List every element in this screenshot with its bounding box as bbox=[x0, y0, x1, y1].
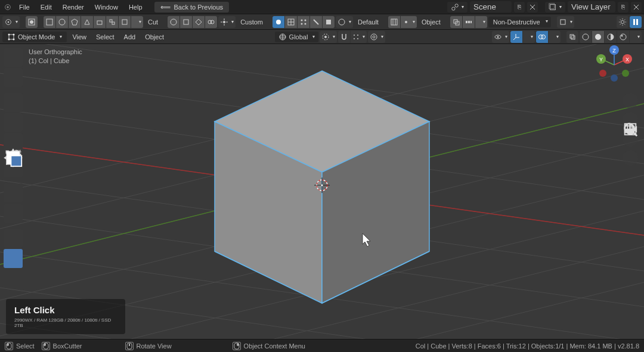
orientation-dropdown[interactable]: Global ▾ bbox=[275, 32, 319, 42]
snap-toggle-button[interactable] bbox=[273, 16, 284, 28]
svg-point-3 bbox=[455, 4, 458, 7]
menu-render[interactable]: Render bbox=[58, 2, 89, 13]
navigation-gizmo: X Y Z bbox=[596, 45, 632, 82]
shape-more-button[interactable] bbox=[106, 16, 118, 28]
shape-custom-button[interactable] bbox=[81, 16, 93, 28]
viewport-overlay-info: User Orthographic (1) Col | Cube bbox=[29, 48, 82, 66]
mod-dropdown[interactable] bbox=[475, 16, 487, 28]
snap-face-button[interactable] bbox=[323, 16, 335, 28]
svg-rect-41 bbox=[391, 19, 397, 25]
shading-lookdev[interactable] bbox=[605, 31, 617, 43]
op-join-button[interactable] bbox=[205, 16, 217, 28]
scene-name-input[interactable] bbox=[470, 1, 512, 13]
shape-box-button[interactable] bbox=[44, 16, 55, 28]
svg-point-87 bbox=[583, 34, 589, 40]
mod-bool-button[interactable] bbox=[450, 16, 462, 28]
status-rotate: Rotate View bbox=[137, 342, 172, 350]
svg-point-77 bbox=[373, 36, 375, 38]
snap-toggle[interactable] bbox=[338, 31, 350, 43]
shading-wireframe[interactable] bbox=[580, 31, 592, 43]
gizmo-dropdown[interactable] bbox=[523, 31, 535, 43]
menu-window[interactable]: Window bbox=[90, 2, 123, 13]
perspective-gizmo[interactable] bbox=[623, 150, 638, 166]
menu-file[interactable]: File bbox=[14, 2, 35, 13]
3d-viewport[interactable]: X Y Z User Orthographic (1) Col | Cube bbox=[0, 44, 644, 339]
op-inset-button[interactable] bbox=[193, 16, 205, 28]
new-viewlayer-button[interactable]: ⎘ bbox=[618, 2, 628, 13]
origin-grid-button[interactable] bbox=[388, 16, 400, 28]
snap-grid-button[interactable] bbox=[285, 16, 297, 28]
pause-button[interactable] bbox=[630, 16, 642, 28]
shading-solid[interactable] bbox=[592, 31, 604, 43]
svg-point-132 bbox=[622, 70, 629, 77]
mod-array-button[interactable] bbox=[463, 16, 475, 28]
last-action-text: Left Click bbox=[14, 305, 117, 315]
overlays-toggle[interactable] bbox=[536, 31, 548, 43]
viewlayer-name-input[interactable] bbox=[568, 1, 615, 13]
default-label: Default bbox=[354, 18, 382, 26]
proportional-dropdown[interactable] bbox=[368, 31, 385, 43]
view-perspective-label: User Orthographic bbox=[29, 48, 82, 57]
mouse-left-icon bbox=[5, 342, 13, 350]
svg-line-56 bbox=[620, 19, 621, 20]
viewport-menu-view[interactable]: View bbox=[68, 32, 91, 42]
delete-scene-button[interactable] bbox=[527, 2, 538, 13]
scene-icon-button[interactable]: ▾ bbox=[447, 2, 467, 13]
shape-asset-button[interactable] bbox=[119, 16, 131, 28]
op-cut-button[interactable] bbox=[168, 16, 179, 28]
svg-point-24 bbox=[210, 20, 214, 24]
overlays-dropdown[interactable] bbox=[549, 31, 561, 43]
pivot-dropdown[interactable] bbox=[218, 16, 236, 28]
editor-type-dropdown[interactable] bbox=[2, 16, 20, 28]
svg-point-75 bbox=[357, 38, 358, 39]
origin-dropdown[interactable] bbox=[401, 16, 417, 28]
menu-edit[interactable]: Edit bbox=[36, 2, 57, 13]
tool-cursor-button[interactable] bbox=[26, 16, 38, 28]
delete-viewlayer-button[interactable] bbox=[631, 2, 642, 13]
gizmo-toggle[interactable] bbox=[510, 31, 522, 43]
object-types-visibility[interactable] bbox=[492, 31, 509, 43]
shape-ngon-button[interactable] bbox=[69, 16, 80, 28]
mouse-left-icon-2 bbox=[42, 342, 50, 350]
svg-point-51 bbox=[621, 20, 624, 23]
nondestructive-dropdown[interactable]: Non-Destructive ▾ bbox=[488, 17, 551, 27]
collection-dropdown[interactable] bbox=[557, 16, 574, 28]
viewport-menu-add[interactable]: Add bbox=[120, 32, 140, 42]
svg-text:Z: Z bbox=[612, 48, 616, 54]
pivot-point-dropdown[interactable] bbox=[320, 31, 337, 43]
settings-button[interactable] bbox=[617, 16, 628, 28]
status-boxcutter: BoxCutter bbox=[53, 342, 82, 350]
svg-point-120 bbox=[321, 185, 323, 186]
svg-point-40 bbox=[339, 19, 345, 25]
snap-options-dropdown[interactable] bbox=[336, 16, 353, 28]
back-arrow-icon: ⟸ bbox=[160, 3, 171, 11]
snap-edge-button[interactable] bbox=[310, 16, 322, 28]
viewport-menu-select[interactable]: Select bbox=[92, 32, 119, 42]
shape-circle-button[interactable] bbox=[56, 16, 68, 28]
op-slice-button[interactable] bbox=[180, 16, 192, 28]
object-mode-icon bbox=[7, 33, 16, 41]
global-icon bbox=[278, 33, 287, 41]
shading-dropdown[interactable] bbox=[630, 31, 642, 43]
status-select: Select bbox=[16, 342, 35, 350]
top-menubar: File Edit Render Window Help ⟸ Back to P… bbox=[0, 0, 644, 14]
shape-dropdown[interactable] bbox=[131, 16, 143, 28]
new-scene-button[interactable]: ⎘ bbox=[514, 2, 525, 13]
snap-type-dropdown[interactable] bbox=[351, 31, 367, 43]
back-to-previous-button[interactable]: ⟸ Back to Previous bbox=[154, 2, 230, 13]
menu-help[interactable]: Help bbox=[124, 2, 147, 13]
tool-boxcutter[interactable] bbox=[4, 249, 23, 268]
viewport-menu-object[interactable]: Object bbox=[141, 32, 168, 42]
svg-point-21 bbox=[171, 19, 177, 25]
xray-toggle[interactable] bbox=[566, 31, 578, 43]
viewlayer-icon-button[interactable]: ▾ bbox=[545, 2, 565, 13]
svg-point-63 bbox=[8, 33, 10, 35]
action-info-overlay: Left Click 2990WX / RAM 128GB / 2080ti /… bbox=[6, 299, 125, 334]
shape-wedge-button[interactable] bbox=[94, 16, 106, 28]
mode-dropdown[interactable]: Object Mode ▾ bbox=[2, 32, 67, 42]
active-object-label: (1) Col | Cube bbox=[29, 57, 82, 66]
left-toolbar bbox=[4, 48, 23, 268]
snap-vert-button[interactable] bbox=[298, 16, 309, 28]
svg-rect-50 bbox=[561, 20, 565, 24]
shading-rendered[interactable] bbox=[617, 31, 629, 43]
